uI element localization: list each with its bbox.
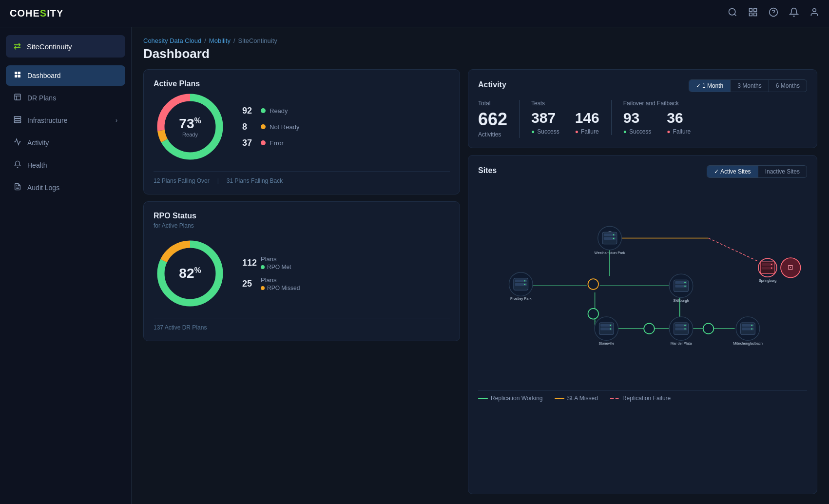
dashboard-icon — [14, 71, 21, 80]
tests-failure: 146 ● Failure — [575, 111, 599, 135]
rpo-footer: 137 Active DR Plans — [154, 318, 450, 331]
not-ready-dot — [261, 124, 266, 129]
svg-rect-9 — [15, 72, 17, 74]
svg-point-101 — [751, 328, 752, 330]
sites-title: Sites — [478, 166, 497, 175]
toggle-active-sites[interactable]: ✓ Active Sites — [707, 166, 758, 177]
svg-rect-12 — [18, 75, 20, 78]
svg-point-43 — [588, 279, 598, 290]
toggle-6months[interactable]: 6 Months — [769, 80, 807, 92]
sidebar-item-health[interactable]: Health — [6, 155, 125, 175]
failure-dot: ● — [575, 128, 578, 135]
active-plans-title: Active Plans — [154, 79, 450, 88]
toggle-1month[interactable]: ✓ 1 Month — [689, 80, 731, 92]
svg-rect-5 — [754, 13, 757, 16]
breadcrumb-current: SiteContinuity — [238, 37, 277, 44]
grid-icon[interactable] — [748, 7, 758, 19]
svg-point-63 — [703, 323, 714, 334]
tests-success: 387 ● Success — [531, 111, 559, 135]
svg-rect-13 — [15, 94, 20, 100]
svg-point-0 — [729, 9, 735, 15]
sites-toggle-group: ✓ Active Sites Inactive Sites — [707, 165, 807, 178]
toggle-3months[interactable]: 3 Months — [731, 80, 769, 92]
active-plans-footer: 12 Plans Falling Over | 31 Plans Falling… — [154, 171, 450, 184]
active-plans-card: Active Plans — [143, 69, 460, 194]
dashboard-grid: Active Plans — [143, 69, 817, 494]
legend-replication-working: Replication Working — [478, 395, 543, 402]
activity-toggle-group: ✓ 1 Month 3 Months 6 Months — [689, 79, 807, 92]
svg-point-95 — [684, 325, 686, 326]
breadcrumb-link-cohesity[interactable]: Cohesity Data Cloud — [143, 37, 201, 44]
svg-point-105 — [771, 264, 772, 265]
active-plans-legend: 92 Ready 8 Not Ready 37 — [242, 106, 299, 148]
legend-replication-failure: Replication Failure — [610, 395, 671, 402]
rpo-donut: 82% — [154, 237, 227, 310]
sidebar-item-activity[interactable]: Activity — [6, 133, 125, 153]
legend-sla-missed: SLA Missed — [555, 395, 598, 402]
sites-card: Sites ✓ Active Sites Inactive Sites — [468, 155, 817, 494]
svg-point-100 — [751, 325, 752, 326]
rpo-status-card: RPO Status for Active Plans — [143, 201, 460, 341]
rpo-donut-center: 82% — [179, 266, 201, 281]
svg-line-30 — [709, 238, 758, 261]
donut-percentage: 73% — [179, 116, 201, 132]
rpo-content: 82% 112 Plans — [154, 237, 450, 310]
failure-line — [610, 398, 619, 399]
toggle-inactive-sites[interactable]: Inactive Sites — [758, 166, 807, 177]
left-column: Active Plans — [143, 69, 460, 494]
breadcrumb: Cohesity Data Cloud / Mobility / SiteCon… — [143, 37, 817, 44]
svg-point-96 — [684, 328, 686, 330]
sidebar-app-label: SiteContinuity — [27, 42, 72, 51]
activity-card: Activity ✓ 1 Month 3 Months 6 Months Tot… — [468, 69, 817, 148]
failover-success: 93 ● Success — [623, 111, 652, 135]
donut-center: 73% Ready — [179, 116, 201, 137]
svg-rect-2 — [750, 9, 752, 12]
svg-point-44 — [588, 309, 598, 319]
main-layout: ⇄ SiteContinuity Dashboard DR Plans Infr… — [0, 27, 829, 504]
svg-rect-3 — [754, 9, 757, 12]
health-icon — [14, 160, 21, 170]
failover-stat-group: Failover and Failback 93 ● Success — [612, 100, 703, 135]
sidebar-item-label: Activity — [27, 139, 49, 147]
search-icon[interactable] — [728, 7, 737, 19]
activity-header: Activity ✓ 1 Month 3 Months 6 Months — [478, 79, 807, 92]
activity-stats: Total 662 Activities Tests 387 — [478, 100, 807, 138]
rpo-title: RPO Status — [154, 212, 450, 220]
svg-text:Mar del Plata: Mar del Plata — [671, 341, 693, 346]
breadcrumb-link-mobility[interactable]: Mobility — [209, 37, 231, 44]
help-icon[interactable] — [769, 7, 778, 19]
svg-text:Stoneville: Stoneville — [598, 341, 614, 346]
sidebar-item-infrastructure[interactable]: Infrastructure › — [6, 110, 125, 131]
svg-text:Frostley Park: Frostley Park — [510, 296, 532, 301]
sidebar: ⇄ SiteContinuity Dashboard DR Plans Infr… — [0, 27, 132, 504]
sidebar-item-audit-logs[interactable]: Audit Logs — [6, 177, 125, 198]
main-content: Cohesity Data Cloud / Mobility / SiteCon… — [132, 27, 829, 504]
svg-point-81 — [524, 284, 526, 285]
legend-item-ready: 92 Ready — [242, 106, 299, 116]
dr-plans-icon — [14, 93, 21, 103]
app-logo: COHESITY — [10, 8, 63, 19]
failover-success-dot: ● — [623, 128, 627, 135]
svg-rect-17 — [14, 119, 20, 120]
top-navigation: COHESITY — [0, 0, 829, 27]
svg-rect-11 — [15, 75, 17, 78]
sidebar-item-label: DR Plans — [27, 94, 56, 102]
svg-point-80 — [524, 280, 526, 282]
sidebar-item-dr-plans[interactable]: DR Plans — [6, 88, 125, 108]
svg-point-62 — [644, 323, 655, 334]
svg-rect-10 — [18, 72, 20, 74]
svg-point-75 — [613, 234, 615, 235]
sidebar-app-item[interactable]: ⇄ SiteContinuity — [6, 35, 125, 58]
bell-icon[interactable] — [789, 7, 799, 19]
rpo-subtitle: for Active Plans — [154, 222, 450, 229]
page-title: Dashboard — [143, 46, 817, 61]
donut-label: Ready — [179, 132, 201, 137]
user-icon[interactable] — [810, 7, 819, 19]
site-continuity-icon: ⇄ — [14, 41, 21, 52]
working-line — [478, 398, 488, 399]
ready-dot — [261, 108, 266, 113]
sidebar-item-dashboard[interactable]: Dashboard — [6, 65, 125, 86]
svg-text:Springburg: Springburg — [759, 278, 776, 283]
svg-point-85 — [684, 282, 686, 283]
rpo-missed-item: 25 Plans RPO Missed — [242, 276, 300, 291]
